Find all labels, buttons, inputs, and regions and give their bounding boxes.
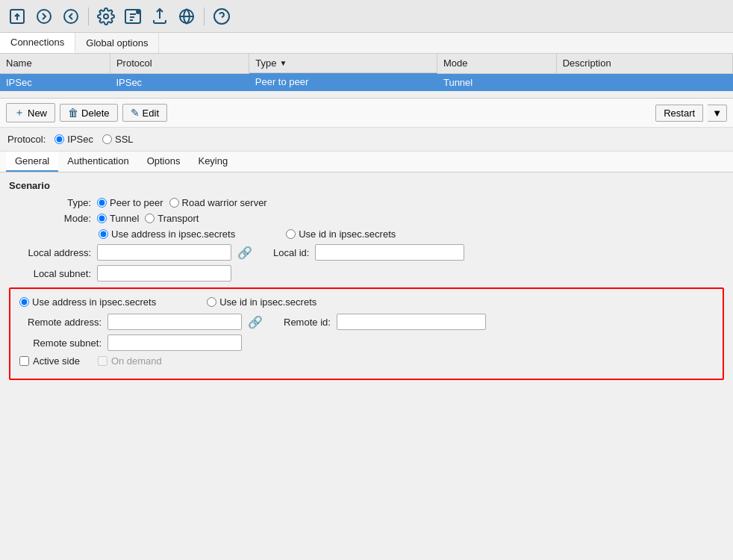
remote-use-address-row: Use address in ipsec.secrets Use id in i… — [19, 296, 714, 308]
on-demand-checkbox[interactable] — [98, 356, 107, 366]
delete-button[interactable]: 🗑 Delete — [60, 104, 118, 122]
remote-use-address-radio[interactable]: Use address in ipsec.secrets — [19, 296, 156, 308]
remote-address-input[interactable] — [107, 314, 242, 330]
top-tabs: Connections Global options — [0, 33, 733, 54]
remote-subnet-label: Remote subnet: — [19, 337, 102, 349]
col-type-sort-icon[interactable]: ▼ — [279, 59, 287, 67]
forward-nav-icon[interactable] — [33, 5, 55, 28]
back-nav-icon[interactable] — [60, 5, 82, 28]
local-use-id-input[interactable] — [286, 229, 296, 239]
local-use-address-row: Use address in ipsec.secrets Use id in i… — [99, 228, 724, 240]
mode-transport-input[interactable] — [145, 214, 155, 223]
edit-icon: ✎ — [131, 107, 140, 119]
settings2-icon[interactable] — [122, 5, 144, 28]
tab-global-options[interactable]: Global options — [75, 33, 159, 53]
restart-dropdown-button[interactable]: ▼ — [708, 105, 727, 122]
cell-protocol: IPSec — [110, 73, 249, 91]
active-side-checkbox-label[interactable]: Active side — [19, 355, 80, 367]
type-row: Type: Peer to peer Road warrior server — [9, 197, 724, 208]
form-content: Scenario Type: Peer to peer Road warrior… — [0, 172, 733, 388]
remote-section: Use address in ipsec.secrets Use id in i… — [9, 287, 724, 380]
local-subnet-label: Local subnet: — [9, 268, 91, 279]
local-use-address-radio[interactable]: Use address in ipsec.secrets — [99, 228, 235, 240]
col-description: Description — [556, 54, 732, 73]
local-id-label: Local id: — [273, 247, 309, 258]
col-name: Name — [0, 54, 110, 73]
configure-icon[interactable] — [95, 5, 117, 28]
local-address-label: Local address: — [9, 247, 91, 258]
remote-id-input[interactable] — [337, 314, 486, 330]
mode-row: Mode: Tunnel Transport — [9, 213, 724, 224]
protocol-label: Protocol: — [7, 134, 46, 145]
remote-address-row: Remote address: 🔗 Remote id: — [19, 314, 714, 330]
table-header-row: Name Protocol Type ▼ Mode Description — [0, 54, 733, 73]
local-subnet-input[interactable] — [97, 265, 231, 281]
tab-connections[interactable]: Connections — [0, 33, 75, 53]
action-bar: ＋ New 🗑 Delete ✎ Edit Restart ▼ — [0, 99, 733, 128]
tab-keying[interactable]: Keying — [189, 152, 237, 172]
cell-mode: Tunnel — [437, 73, 556, 91]
svg-point-2 — [37, 10, 51, 23]
local-use-id-radio[interactable]: Use id in ipsec.secrets — [286, 228, 396, 240]
remote-id-label: Remote id: — [284, 317, 331, 328]
protocol-row: Protocol: IPSec SSL — [0, 128, 733, 152]
plus-icon: ＋ — [14, 106, 25, 119]
remote-subnet-input[interactable] — [107, 335, 242, 351]
col-protocol: Protocol — [110, 54, 249, 73]
col-mode: Mode — [437, 54, 556, 73]
remote-use-address-input[interactable] — [19, 297, 29, 307]
svg-point-9 — [136, 10, 140, 14]
table-row[interactable]: IPSec IPSec Peer to peer Tunnel — [0, 73, 733, 91]
type-roadwarrior-input[interactable] — [169, 198, 179, 208]
local-use-address-input[interactable] — [99, 229, 108, 239]
edit-button[interactable]: ✎ Edit — [122, 104, 167, 122]
local-address-row: Local address: 🔗 Local id: — [9, 244, 724, 261]
protocol-ssl-radio[interactable]: SSL — [102, 134, 134, 145]
local-id-input[interactable] — [315, 244, 464, 261]
protocol-ipsec-radio[interactable]: IPSec — [54, 134, 93, 145]
active-side-row: Active side On demand — [19, 355, 714, 367]
svg-point-4 — [104, 14, 108, 19]
tab-general[interactable]: General — [6, 152, 58, 172]
type-roadwarrior-radio[interactable]: Road warrior server — [169, 197, 267, 208]
local-subnet-row: Local subnet: — [9, 265, 724, 281]
type-label: Type: — [9, 197, 91, 208]
mode-transport-radio[interactable]: Transport — [145, 213, 199, 224]
separator-2 — [204, 7, 205, 25]
protocol-ipsec-input[interactable] — [54, 134, 64, 144]
local-address-input[interactable] — [97, 244, 231, 261]
svg-point-3 — [64, 10, 78, 23]
tab-authentication[interactable]: Authentication — [58, 152, 137, 172]
remote-address-label: Remote address: — [19, 317, 102, 328]
tab-options[interactable]: Options — [138, 152, 190, 172]
sub-tabs: General Authentication Options Keying — [0, 152, 733, 172]
vpn-icon[interactable] — [175, 5, 198, 28]
separator-1 — [88, 7, 89, 25]
mode-label: Mode: — [9, 213, 91, 224]
cell-description — [556, 73, 732, 91]
scenario-title: Scenario — [9, 180, 724, 191]
local-address-link-icon[interactable]: 🔗 — [237, 246, 252, 260]
cell-name: IPSec — [0, 73, 110, 91]
connections-table-wrapper: Name Protocol Type ▼ Mode Description IP… — [0, 54, 733, 99]
remote-use-id-radio[interactable]: Use id in ipsec.secrets — [207, 296, 316, 308]
col-type: Type ▼ — [249, 54, 437, 73]
active-side-checkbox[interactable] — [19, 356, 29, 366]
type-peer-radio[interactable]: Peer to peer — [97, 197, 163, 208]
connections-table: Name Protocol Type ▼ Mode Description IP… — [0, 54, 733, 91]
mode-tunnel-radio[interactable]: Tunnel — [97, 213, 139, 224]
on-demand-checkbox-label[interactable]: On demand — [98, 355, 162, 367]
home-icon[interactable] — [6, 5, 28, 28]
new-button[interactable]: ＋ New — [6, 103, 55, 122]
remote-use-id-input[interactable] — [207, 297, 216, 307]
trash-icon: 🗑 — [68, 107, 78, 119]
mode-tunnel-input[interactable] — [97, 214, 107, 223]
protocol-ssl-input[interactable] — [102, 134, 112, 144]
type-peer-input[interactable] — [97, 198, 107, 208]
upload-icon[interactable] — [149, 5, 171, 28]
remote-address-link-icon[interactable]: 🔗 — [248, 315, 263, 329]
restart-button[interactable]: Restart — [655, 105, 703, 122]
cell-type: Peer to peer — [249, 73, 437, 91]
help-icon[interactable] — [210, 5, 233, 28]
toolbar — [0, 0, 733, 33]
